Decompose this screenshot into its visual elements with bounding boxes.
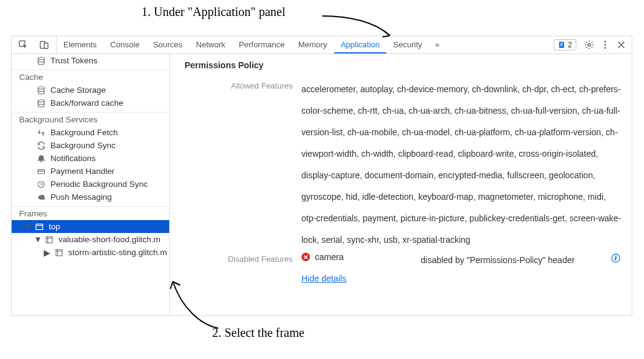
svg-rect-19: [46, 237, 52, 243]
tab-performance[interactable]: Performance: [232, 36, 291, 53]
tab-more[interactable]: »: [429, 36, 445, 53]
sidebar-item-label: Cache Storage: [50, 85, 106, 95]
svg-rect-5: [560, 44, 563, 45]
arrow-icon: [169, 277, 225, 332]
section-title: Permissions Policy: [185, 60, 622, 70]
fetch-icon: [36, 128, 46, 137]
properties-grid: Allowed Features accelerometer, autoplay…: [180, 79, 622, 283]
inspect-icon[interactable]: [17, 38, 30, 52]
allowed-label: Allowed Features: [180, 79, 301, 251]
device-toggle-icon[interactable]: [38, 38, 51, 52]
sidebar-item-label: Trust Tokens: [50, 56, 98, 65]
database-icon: [36, 85, 46, 95]
sidebar-item-notifications[interactable]: Notifications: [12, 152, 169, 165]
disabled-row: ✕ camera disabled by "Permissions-Policy…: [301, 251, 622, 269]
disclosure-triangle-icon: ▼: [34, 235, 39, 244]
sidebar-item-label: Back/forward cache: [50, 98, 124, 108]
sidebar-section-frames: Frames: [12, 206, 169, 220]
arrow-icon: [320, 11, 394, 41]
sidebar-item-frame-child2[interactable]: ▶ storm-artistic-sting.glitch.m: [12, 246, 169, 259]
annotation-step2: 2. Select the frame: [212, 326, 304, 340]
svg-rect-15: [38, 170, 44, 172]
error-icon: ✕: [301, 253, 310, 261]
sidebar-item-label: Push Messaging: [50, 192, 112, 202]
svg-rect-22: [56, 250, 62, 256]
sidebar-item-bg-sync[interactable]: Background Sync: [12, 139, 169, 152]
svg-rect-2: [44, 43, 48, 49]
svg-point-13: [38, 100, 44, 102]
tab-elements[interactable]: Elements: [57, 36, 103, 53]
frame-icon: [54, 248, 63, 257]
database-icon: [36, 56, 46, 65]
tab-console[interactable]: Console: [103, 36, 146, 53]
clock-icon: [36, 180, 46, 189]
kebab-icon[interactable]: [598, 38, 612, 52]
annotation-text: 1. Under "Application" panel: [141, 5, 285, 18]
svg-rect-4: [560, 43, 563, 44]
annotation-text: 2. Select the frame: [212, 326, 304, 339]
window-icon: [34, 222, 44, 231]
svg-point-10: [605, 47, 606, 49]
sidebar-item-label: valuable-short-food.glitch.m: [58, 235, 161, 244]
sidebar-section-bg-services: Background Services: [12, 112, 169, 126]
sidebar-item-bf-cache[interactable]: Back/forward cache: [12, 97, 169, 109]
svg-point-11: [38, 57, 44, 60]
tab-network[interactable]: Network: [189, 36, 233, 53]
sidebar-item-frame-top[interactable]: ▼ top: [12, 220, 169, 233]
sidebar-item-payment[interactable]: Payment Handler: [12, 165, 169, 178]
disclosure-triangle-icon: ▼: [24, 222, 30, 231]
sidebar-item-label: Background Sync: [50, 141, 116, 150]
content-area: Trust Tokens Cache Cache Storage Back/fo…: [12, 54, 632, 315]
issues-chip[interactable]: 2: [554, 39, 576, 50]
bell-icon: [36, 154, 46, 163]
sidebar-item-label: top: [49, 222, 60, 231]
sidebar-item-trust-tokens[interactable]: Trust Tokens: [12, 54, 169, 67]
annotation-step1: 1. Under "Application" panel: [141, 5, 285, 19]
feature-name: camera: [315, 252, 344, 262]
sidebar-item-push[interactable]: Push Messaging: [12, 191, 169, 203]
sidebar-item-cache-storage[interactable]: Cache Storage: [12, 84, 169, 97]
issue-icon: [558, 41, 565, 49]
database-icon: [36, 98, 46, 108]
sidebar-item-label: storm-artistic-sting.glitch.m: [68, 248, 167, 257]
sidebar-item-label: Notifications: [50, 154, 96, 163]
sidebar-item-bg-fetch[interactable]: Background Fetch: [12, 126, 169, 139]
disclosure-triangle-icon: ▶: [44, 248, 49, 258]
gear-icon[interactable]: [582, 38, 596, 52]
disabled-reason: disabled by "Permissions-Policy" header: [421, 252, 598, 269]
issues-count: 2: [568, 41, 572, 49]
toolbar-right: 2: [554, 36, 632, 53]
svg-rect-17: [36, 224, 42, 229]
sidebar-item-periodic[interactable]: Periodic Background Sync: [12, 178, 169, 191]
card-icon: [36, 167, 46, 176]
sidebar: Trust Tokens Cache Cache Storage Back/fo…: [12, 54, 170, 315]
svg-point-12: [38, 87, 44, 89]
disabled-feature: ✕ camera: [301, 252, 410, 262]
svg-rect-6: [560, 45, 562, 46]
close-icon[interactable]: [614, 38, 628, 52]
sidebar-item-frame-child1[interactable]: ▼ valuable-short-food.glitch.m: [12, 233, 169, 246]
devtools-window: Elements Console Sources Network Perform…: [11, 36, 632, 316]
refresh-button[interactable]: [610, 252, 622, 264]
main-panel: Permissions Policy Allowed Features acce…: [170, 54, 632, 315]
cloud-icon: [36, 192, 46, 202]
tab-sources[interactable]: Sources: [146, 36, 189, 53]
sidebar-item-label: Periodic Background Sync: [50, 180, 148, 189]
svg-point-8: [605, 41, 606, 43]
inspect-tools: [12, 36, 57, 53]
sidebar-item-label: Background Fetch: [50, 128, 118, 137]
sidebar-item-label: Payment Handler: [50, 167, 114, 176]
sync-icon: [36, 141, 46, 150]
disabled-cell: ✕ camera disabled by "Permissions-Policy…: [301, 251, 622, 283]
hide-details-link[interactable]: Hide details: [301, 274, 622, 283]
sidebar-section-cache: Cache: [12, 69, 169, 84]
allowed-features-list: accelerometer, autoplay, ch-device-memor…: [301, 79, 622, 251]
frame-icon: [44, 235, 54, 244]
svg-point-9: [605, 44, 606, 46]
svg-point-7: [588, 44, 590, 46]
